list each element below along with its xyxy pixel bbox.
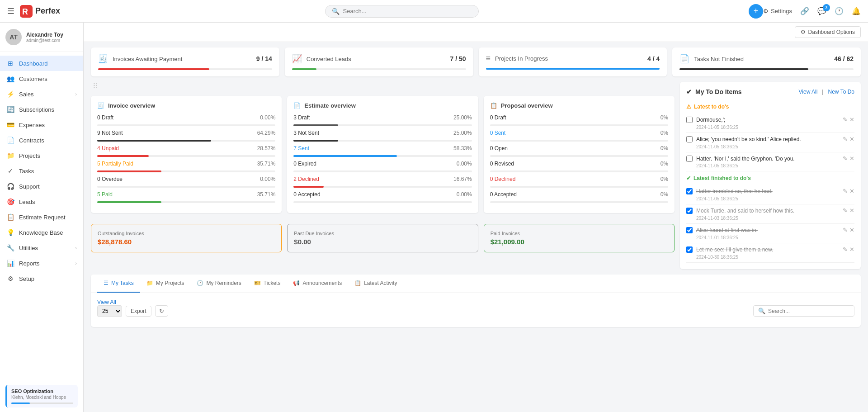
- todo-delete-2[interactable]: ✕: [849, 136, 854, 142]
- page-size-select[interactable]: 25 50 100: [97, 305, 122, 317]
- invoice-overdue-bar: [97, 186, 275, 188]
- expenses-icon: 💳: [6, 121, 14, 128]
- view-all-todo-link[interactable]: View All: [799, 89, 818, 95]
- tab-my-reminders[interactable]: 🕐 My Reminders: [190, 275, 247, 293]
- todo-delete-f1[interactable]: ✕: [849, 188, 854, 194]
- stat-card-header-projects: ≡ Projects In Progress 4 / 4: [486, 54, 660, 63]
- converted-leads-bar-fill: [292, 68, 316, 70]
- project-progress-fill: [11, 403, 30, 404]
- todo-text-1: Dormouse,';: [696, 116, 839, 124]
- todo-checkbox-f4[interactable]: [686, 246, 693, 253]
- sidebar-item-support[interactable]: 🎧 Support: [0, 179, 83, 194]
- todo-edit-f4[interactable]: ✎: [843, 246, 848, 253]
- projects-value: 4 / 4: [647, 55, 660, 62]
- dashboard-options-button[interactable]: ⚙ Dashboard Options: [795, 26, 861, 38]
- todo-edit-f2[interactable]: ✎: [843, 207, 848, 214]
- projects-bar: [486, 68, 660, 70]
- sidebar-item-tasks[interactable]: ✓ Tasks: [0, 163, 83, 179]
- invoice-not-sent: 9 Not Sent 64.29%: [97, 130, 275, 136]
- stat-card-tasks: 📄 Tasks Not Finished 46 / 62: [672, 47, 861, 76]
- estimate-icon: 📋: [6, 213, 14, 221]
- overview-drag-row: ⠿: [91, 82, 675, 90]
- todo-checkbox-f1[interactable]: [686, 188, 693, 194]
- tab-search-input[interactable]: [768, 308, 849, 314]
- sidebar-label-contracts: Contracts: [19, 137, 77, 144]
- est-sent-bar: [293, 155, 472, 157]
- todo-delete-1[interactable]: ✕: [849, 116, 854, 123]
- todo-checkbox-1[interactable]: [686, 117, 693, 123]
- todo-edit-1[interactable]: ✎: [843, 116, 848, 123]
- todo-content-f3: Alice found at first was in. 2024-11-01 …: [696, 227, 839, 240]
- todo-delete-f2[interactable]: ✕: [849, 207, 854, 214]
- todo-edit-2[interactable]: ✎: [843, 136, 848, 142]
- add-button[interactable]: +: [749, 4, 763, 19]
- setup-icon: ⚙: [6, 275, 14, 282]
- tab-content-tasks: View All 25 50 100 Export ↻ 🔍: [91, 293, 861, 327]
- tab-toolbar-left: 25 50 100 Export ↻: [97, 305, 168, 317]
- project-card-subtitle: Kiehn, Mosciski and Hoppe: [11, 395, 73, 400]
- sidebar-item-subscriptions[interactable]: 🔄 Subscriptions: [0, 102, 83, 117]
- sidebar-item-dashboard[interactable]: ⊞ Dashboard: [0, 56, 83, 71]
- search-input[interactable]: [343, 8, 472, 14]
- stat-card-projects: ≡ Projects In Progress 4 / 4: [479, 47, 667, 76]
- todo-delete-f4[interactable]: ✕: [849, 246, 854, 253]
- sidebar-item-reports[interactable]: 📊 Reports ›: [0, 256, 83, 271]
- knowledge-base-icon: 💡: [6, 229, 14, 236]
- view-all-tasks-link[interactable]: View All: [97, 299, 116, 305]
- notifications-button[interactable]: 🔔: [852, 7, 861, 15]
- todo-checkbox-f2[interactable]: [686, 208, 693, 214]
- todo-edit-f3[interactable]: ✎: [843, 227, 848, 233]
- todo-edit-f1[interactable]: ✎: [843, 188, 848, 194]
- brand[interactable]: R Perfex: [20, 5, 60, 18]
- sidebar-item-sales[interactable]: ⚡ Sales ›: [0, 86, 83, 102]
- clock-button[interactable]: 🕐: [835, 7, 844, 15]
- todo-edit-3[interactable]: ✎: [843, 155, 848, 162]
- past-due-amount: $0.00: [294, 238, 471, 246]
- sidebar-item-utilities[interactable]: 🔧 Utilities ›: [0, 240, 83, 256]
- est-draft-bar: [293, 124, 472, 126]
- sidebar-item-expenses[interactable]: 💳 Expenses: [0, 117, 83, 133]
- todo-finished-4: Let me see: I'll give them a new. 2024-1…: [686, 243, 854, 263]
- my-projects-icon: 📁: [146, 280, 153, 286]
- tab-search[interactable]: 🔍: [753, 305, 854, 317]
- refresh-button[interactable]: ↻: [155, 305, 168, 317]
- todo-panel: ✔ My To Do Items View All | New To Do ⚠ …: [680, 82, 861, 269]
- new-todo-link[interactable]: New To Do: [828, 89, 854, 95]
- todo-checkbox-2[interactable]: [686, 136, 693, 142]
- sidebar-item-setup[interactable]: ⚙ Setup: [0, 271, 83, 286]
- messages-button[interactable]: 💬 3: [817, 7, 826, 15]
- todo-checkbox-f3[interactable]: [686, 227, 693, 233]
- sidebar-item-projects[interactable]: 📁 Projects: [0, 148, 83, 163]
- navbar: ☰ R Perfex 🔍 + ⚙ Settings 🔗 💬 3 🕐 🔔: [0, 0, 868, 23]
- tab-my-tasks[interactable]: ☰ My Tasks: [97, 275, 140, 293]
- sidebar-project-card[interactable]: SEO Optimization Kiehn, Mosciski and Hop…: [5, 385, 78, 407]
- invoice-draft-bar: [97, 124, 275, 126]
- stat-card-invoices-awaiting: 🧾 Invoices Awaiting Payment 9 / 14: [91, 47, 279, 76]
- todo-content-f4: Let me see: I'll give them a new. 2024-1…: [696, 246, 839, 260]
- sidebar-item-contracts[interactable]: 📄 Contracts: [0, 133, 83, 148]
- past-due-label: Past Due Invoices: [294, 231, 471, 236]
- sidebar-label-dashboard: Dashboard: [19, 60, 77, 67]
- share-button[interactable]: 🔗: [800, 7, 809, 15]
- settings-button[interactable]: ⚙ Settings: [763, 8, 792, 14]
- sidebar-item-estimate-request[interactable]: 📋 Estimate Request: [0, 209, 83, 225]
- tab-latest-activity[interactable]: 📋 Latest Activity: [348, 275, 403, 293]
- todo-delete-3[interactable]: ✕: [849, 155, 854, 162]
- hamburger-menu[interactable]: ☰: [7, 6, 14, 16]
- tab-announcements[interactable]: 📢 Announcements: [287, 275, 348, 293]
- svg-text:R: R: [22, 7, 28, 16]
- todo-checkbox-3[interactable]: [686, 156, 693, 162]
- est-declined-bar: [293, 186, 472, 188]
- sidebar-item-leads[interactable]: 🎯 Leads: [0, 194, 83, 209]
- sidebar-item-knowledge-base[interactable]: 💡 Knowledge Base: [0, 225, 83, 240]
- todo-delete-f3[interactable]: ✕: [849, 227, 854, 233]
- tab-my-projects[interactable]: 📁 My Projects: [140, 275, 191, 293]
- invoice-partial: 5 Partially Paid 35.71%: [97, 161, 275, 167]
- tab-tickets[interactable]: 🎫 Tickets: [248, 275, 287, 293]
- sidebar-item-customers[interactable]: 👥 Customers: [0, 71, 83, 86]
- todo-actions-f2: ✎ ✕: [843, 207, 854, 214]
- paid-invoices-card: Paid Invoices $21,009.00: [484, 224, 675, 252]
- drag-handle[interactable]: ⠿: [93, 82, 98, 90]
- search-bar[interactable]: 🔍: [325, 5, 479, 18]
- export-button[interactable]: Export: [126, 306, 151, 317]
